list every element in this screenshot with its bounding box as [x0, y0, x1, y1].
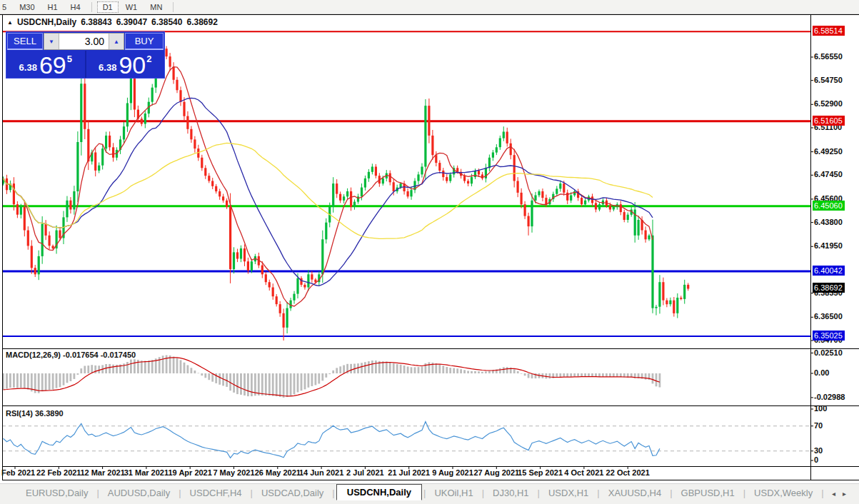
candles-group	[2, 40, 689, 341]
one-click-trade-widget: SELL ▼ 3.00 ▲ BUY 6.38 69 5 6.38 90 2	[6, 31, 165, 79]
rsi-tick-label: 30	[814, 446, 823, 455]
price-axis[interactable]: 6.565506.547506.529006.511006.492506.474…	[811, 0, 859, 480]
ma-line	[4, 143, 653, 238]
price-level-badge: 6.35025	[813, 331, 845, 341]
trading-platform-window: { "toolbar": { "timeframes": ["5", "M30"…	[0, 0, 859, 504]
sell-price-main: 69	[39, 54, 66, 76]
price-tick-label: 6.49250	[814, 147, 843, 156]
volume-spinner: ▼ 3.00 ▲	[44, 33, 124, 50]
chart-tabs: EURUSD,Daily|AUDUSD,Daily|USDCHF,H4|USDC…	[0, 484, 825, 501]
tab-scroll-right-icon[interactable]: ▸	[843, 490, 853, 498]
tab-dj30-h1[interactable]: DJ30,H1	[486, 485, 536, 500]
bar-open: 6.38843	[81, 17, 111, 27]
ma-line	[4, 98, 653, 286]
tab-separator: |	[95, 488, 100, 498]
symbol-title: USDCNH,Daily	[17, 17, 76, 27]
tab-usdcad-daily[interactable]: USDCAD,Daily	[254, 485, 331, 500]
tab-usdx-weekly[interactable]: USDX,Weekly	[747, 485, 820, 500]
tab-eurusd-daily[interactable]: EURUSD,Daily	[19, 485, 95, 500]
price-level-badge: 6.45060	[813, 201, 845, 211]
macd-tick-label: 0.00	[814, 368, 829, 377]
tab-separator: |	[596, 488, 601, 498]
price-tick-label: 6.43800	[814, 218, 843, 226]
volume-increase-icon[interactable]: ▲	[109, 34, 124, 49]
rsi-tick-label: 100	[814, 404, 827, 413]
tab-separator: |	[177, 488, 182, 498]
buy-button[interactable]: BUY	[125, 33, 164, 50]
tab-audusd-daily[interactable]: AUDUSD,Daily	[101, 485, 177, 500]
rsi-tick-label: 70	[814, 421, 823, 430]
bar-low: 6.38540	[151, 17, 182, 27]
price-tick-label: 6.56550	[814, 52, 843, 61]
current-price-badge: 6.38692	[813, 283, 845, 293]
price-tick-label: 6.41950	[814, 241, 843, 250]
chart-title: ▲ USDCNH,Daily 6.38843 6.39047 6.38540 6…	[7, 17, 218, 27]
bar-close: 6.38692	[186, 17, 217, 27]
tab-separator: |	[481, 488, 486, 498]
volume-decrease-icon[interactable]: ▼	[44, 34, 59, 49]
tab-separator: |	[422, 488, 427, 498]
macd-signal-line	[4, 358, 660, 396]
tab-separator: |	[536, 488, 541, 498]
buy-price-prefix: 6.38	[99, 62, 116, 73]
tab-separator: |	[249, 488, 254, 498]
rsi-line	[4, 422, 660, 458]
price-tick-label: 6.52900	[814, 99, 843, 108]
sell-button[interactable]: SELL	[7, 33, 43, 50]
tab-usdchf-h4[interactable]: USDCHF,H4	[183, 485, 249, 500]
rsi-label: RSI(14) 36.3890	[6, 409, 64, 418]
price-level-badge: 6.51605	[813, 116, 845, 126]
macd-tick-label: 0.02510	[814, 348, 843, 357]
buy-price[interactable]: 6.38 90 2	[86, 51, 165, 78]
macd-tick-label: -0.02988	[814, 393, 845, 401]
price-level-badge: 6.40042	[813, 266, 845, 276]
buy-price-main: 90	[119, 54, 146, 76]
tab-separator: |	[331, 488, 336, 498]
price-tick-label: 6.54750	[814, 76, 843, 84]
collapse-arrow-icon[interactable]: ▲	[7, 19, 13, 26]
tab-scroll-left-icon[interactable]: ◂	[832, 490, 843, 498]
tab-separator: |	[820, 488, 825, 498]
price-level-badge: 6.58514	[813, 26, 845, 36]
sell-price-pip: 5	[67, 54, 72, 64]
volume-input[interactable]: 3.00	[59, 34, 109, 49]
tab-separator: |	[742, 488, 747, 498]
buy-price-pip: 2	[146, 54, 151, 64]
tab-usdcnh-daily[interactable]: USDCNH,Daily	[336, 484, 422, 500]
tab-ukoil-h1[interactable]: UKOil,H1	[427, 485, 480, 500]
date-label: 22 Oct 2021	[599, 468, 656, 477]
tab-separator: |	[668, 488, 673, 498]
tab-gbpusd-h1[interactable]: GBPUSD,H1	[674, 485, 742, 500]
macd-histogram	[2, 356, 660, 398]
date-axis[interactable]: 3 Feb 202122 Feb 202112 Mar 202131 Mar 2…	[0, 468, 810, 480]
tab-usdx-h1[interactable]: USDX,H1	[541, 485, 596, 500]
price-tick-label: 6.47450	[814, 170, 843, 178]
macd-label: MACD(12,26,9) -0.017654 -0.017450	[6, 351, 136, 359]
tab-scroll-arrows[interactable]: ◂▸	[832, 490, 853, 498]
rsi-tick-label: 0	[814, 455, 818, 464]
bar-high: 6.39047	[116, 17, 147, 27]
chart-tab-bar: EURUSD,Daily|AUDUSD,Daily|USDCHF,H4|USDC…	[0, 483, 859, 504]
tab-xauusd-h4[interactable]: XAUUSD,H4	[601, 485, 668, 500]
price-tick-label: 6.36500	[814, 312, 843, 321]
sell-price-prefix: 6.38	[19, 62, 37, 73]
sell-price[interactable]: 6.38 69 5	[6, 51, 86, 78]
